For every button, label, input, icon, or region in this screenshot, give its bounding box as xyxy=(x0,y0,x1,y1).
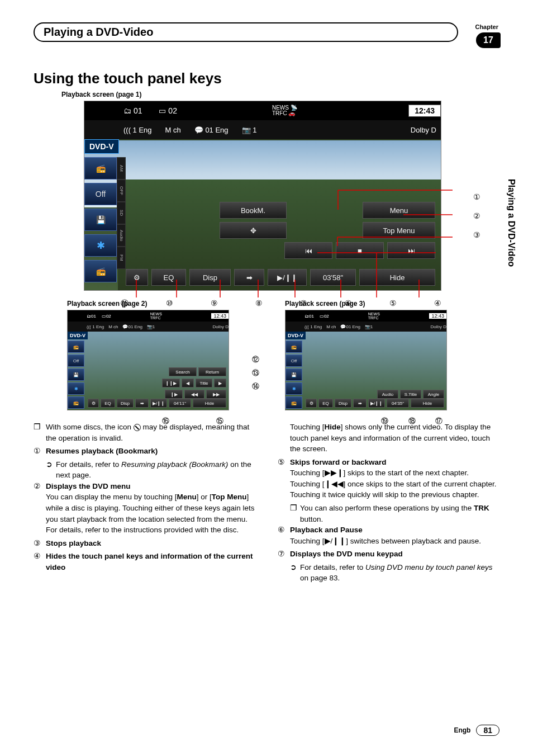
angle-button[interactable]: Angle xyxy=(423,390,444,399)
item7-ref: For details, refer to Using DVD menu by … xyxy=(300,562,499,584)
item2-title: Displays the DVD menu xyxy=(46,482,131,490)
top-strip: 🗂 01 ▭ 02 NEWS 📡TRFC 🚗 12:43 xyxy=(84,101,441,120)
side-off[interactable]: OFF xyxy=(117,179,126,202)
ref-arrow-icon: ➲ xyxy=(46,459,56,481)
note-box-icon: ❐ xyxy=(34,422,46,443)
disp-button[interactable]: Disp xyxy=(189,269,231,286)
side-am[interactable]: AM xyxy=(117,157,126,179)
news-trfc-indicator: NEWS 📡TRFC 🚗 xyxy=(272,105,297,116)
callout-6: ⑥ xyxy=(345,299,352,309)
chapter-number-badge: 17 xyxy=(476,32,501,48)
page-number: 81 xyxy=(476,725,499,736)
side-tab-label: Playing a DVD-Video xyxy=(506,179,516,267)
title-prev[interactable]: ◀ xyxy=(182,379,194,388)
item1-title: Resumes playback (Bookmark) xyxy=(46,447,158,455)
playback-screen-2: 🗂01▭02NEWSTRFC12:43 ((( 1 EngM ch💬01 Eng… xyxy=(67,310,229,410)
prohibited-icon xyxy=(134,424,141,431)
callout-3: ③ xyxy=(473,230,480,239)
num-7: ⑦ xyxy=(278,549,290,560)
title-next[interactable]: ▶ xyxy=(214,379,226,388)
settings-icon[interactable]: ⚙ xyxy=(126,269,148,286)
hide-explanation: Touching [Hide] shows only the current v… xyxy=(290,422,499,455)
prev-button[interactable]: ⏮ xyxy=(284,242,332,259)
num-3: ③ xyxy=(34,538,46,549)
right-column: Touching [Hide] shows only the current v… xyxy=(278,422,499,584)
rewind-button[interactable]: ◀◀ xyxy=(184,390,204,399)
callout-13: ⑬ xyxy=(252,368,259,378)
side-fm[interactable]: FM xyxy=(117,247,126,269)
stop-button[interactable]: ■ xyxy=(336,242,384,259)
callout-8: ⑧ xyxy=(255,299,263,309)
item4-title: Hides the touch panel keys and informati… xyxy=(46,552,253,571)
eq-button[interactable]: EQ xyxy=(151,269,186,286)
playback-screen-1: 🗂 01 ▭ 02 NEWS 📡TRFC 🚗 12:43 ((( 1 Eng M… xyxy=(84,101,441,291)
play-pause-button[interactable]: ▶/❙❙ xyxy=(268,269,307,286)
section-heading: Using the touch panel keys xyxy=(34,70,499,87)
src-tab-off[interactable]: Off xyxy=(84,183,117,205)
callout-10: ⑩ xyxy=(166,299,173,309)
return-button[interactable]: Return xyxy=(198,367,226,376)
item1-ref: For details, refer to Resuming playback … xyxy=(56,459,255,481)
bookmark-button[interactable]: BookM. xyxy=(220,202,287,219)
callout-17: ⑰ xyxy=(435,416,442,426)
callout-2: ② xyxy=(473,211,480,220)
note-text: With some discs, the icon may be display… xyxy=(46,422,255,443)
callout-5: ⑤ xyxy=(389,299,397,309)
side-audio[interactable]: Audio xyxy=(117,224,126,247)
num-2: ② xyxy=(34,481,46,536)
hide-button[interactable]: Hide xyxy=(359,269,435,286)
audio-lang: ((( 1 Eng xyxy=(123,126,152,134)
search-button[interactable]: Search xyxy=(169,367,197,376)
next-page-button[interactable]: ➡ xyxy=(234,269,264,286)
mch-indicator: M ch xyxy=(165,126,181,134)
callout-11: ⑪ xyxy=(121,299,129,309)
fastfwd-button[interactable]: ▶▶ xyxy=(206,390,226,399)
caption-screen1: Playback screen (page 1) xyxy=(61,91,499,98)
note-box-icon-2: ❐ xyxy=(290,503,300,525)
num-6: ⑥ xyxy=(278,525,290,546)
menu-button[interactable]: Menu xyxy=(363,202,435,219)
playback-screen-3: 🗂01▭02NEWSTRFC12:43 ((( 1 EngM ch💬01 Eng… xyxy=(285,310,447,410)
callout-19: ⑲ xyxy=(381,416,388,426)
left-column: ❐ With some discs, the icon may be displ… xyxy=(34,422,255,584)
ref-arrow-icon-2: ➲ xyxy=(290,562,300,584)
frame-button[interactable]: ❙▶ xyxy=(165,390,183,399)
num-5: ⑤ xyxy=(278,457,290,500)
num-1: ① xyxy=(34,446,46,457)
title-indicator: 🗂 01 xyxy=(123,106,142,115)
callout-16: ⑯ xyxy=(162,416,169,426)
item6-text: Touching [▶/❙❙] switches between playbac… xyxy=(290,537,481,545)
time-3: 04'35" xyxy=(387,399,409,408)
sub-strip: ((( 1 Eng M ch 💬 01 Eng 📷 1 Dolby D xyxy=(84,120,441,139)
callout-12: ⑫ xyxy=(252,355,259,365)
item6-title: Playback and Pause xyxy=(290,526,363,534)
audio-button[interactable]: Audio xyxy=(377,390,398,399)
item5-text: Touching [▶▶❙] skips to the start of the… xyxy=(290,469,496,499)
callout-9: ⑨ xyxy=(211,299,218,309)
src-tab-5[interactable]: 📻 xyxy=(84,260,117,282)
src-tab-bt[interactable]: ✱ xyxy=(84,234,117,257)
callout-14: ⑭ xyxy=(252,381,259,391)
item3-title: Stops playback xyxy=(46,539,101,547)
stitle-button[interactable]: S.Title xyxy=(400,390,421,399)
callout-4: ④ xyxy=(434,299,441,309)
slow-button[interactable]: ❙❙▶ xyxy=(162,379,180,388)
time-display[interactable]: 03'58" xyxy=(310,269,356,286)
src-tab-1[interactable]: 📻 xyxy=(84,157,117,179)
next-button[interactable]: ⏭ xyxy=(387,242,435,259)
side-sd[interactable]: SD xyxy=(117,202,126,224)
item2-text: You can display the menu by touching [Me… xyxy=(46,493,254,534)
callout-1: ① xyxy=(473,192,480,201)
item5-sub: You can also perform these operations by… xyxy=(300,503,499,525)
time-2: 04'11" xyxy=(169,399,191,408)
clock: 12:43 xyxy=(408,105,441,117)
dolby-indicator: Dolby D xyxy=(411,126,436,134)
callout-7: ⑦ xyxy=(300,299,307,309)
arrow-keypad-button[interactable]: ✥ xyxy=(220,222,287,239)
title-label[interactable]: Title xyxy=(196,379,212,388)
page-title-bar: Playing a DVD-Video xyxy=(34,22,458,42)
left-source-tabs: 📻 Off 💾 ✱ 📻 xyxy=(84,157,117,282)
src-tab-sd[interactable]: 💾 xyxy=(84,209,117,231)
top-menu-button[interactable]: Top Menu xyxy=(363,222,435,239)
chapter-label: Chapter xyxy=(475,23,498,30)
